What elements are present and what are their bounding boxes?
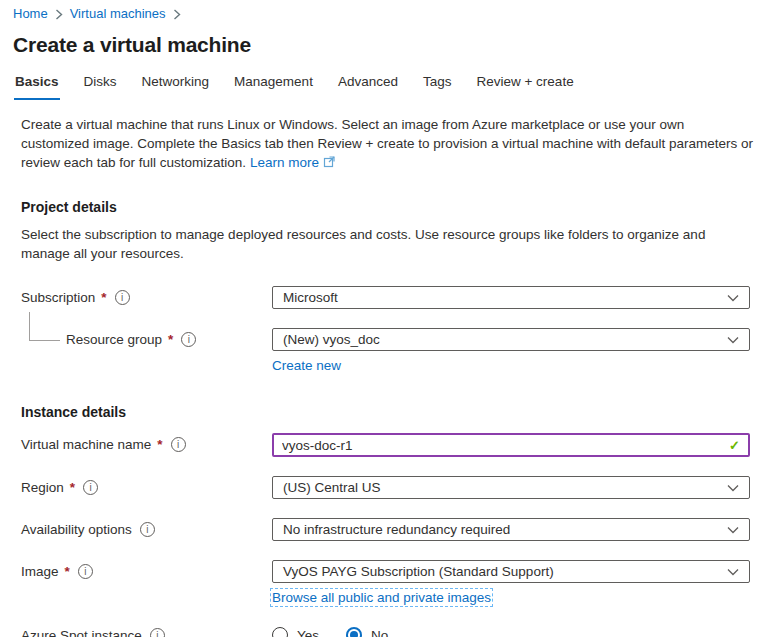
tab-bar: Basics Disks Networking Management Advan… [14,74,778,100]
project-details-form: Subscription * Microsoft Resource group … [21,286,757,373]
vm-name-row: Virtual machine name * [21,433,757,457]
page-title: Create a virtual machine [13,33,778,57]
tab-management[interactable]: Management [233,74,314,100]
vm-name-label-text: Virtual machine name [21,437,151,452]
region-select[interactable]: (US) Central US [272,476,750,499]
radio-yes[interactable]: Yes [272,627,319,637]
radio-no[interactable]: No [346,627,388,637]
azure-spot-label: Azure Spot instance [21,624,272,637]
info-icon[interactable] [171,437,186,452]
availability-options-select[interactable]: No infrastructure redundancy required [272,518,750,541]
chevron-down-icon [727,484,739,492]
external-link-icon [323,156,335,168]
tab-tags[interactable]: Tags [422,74,453,100]
image-row: Image * VyOS PAYG Subscription (Standard… [21,560,757,605]
subscription-label-text: Subscription [21,290,95,305]
chevron-down-icon [727,568,739,576]
chevron-down-icon [727,526,739,534]
vm-name-field [272,433,750,457]
image-label-text: Image [21,564,59,579]
chevron-down-icon [727,294,739,302]
subscription-row: Subscription * Microsoft [21,286,757,309]
tab-basics[interactable]: Basics [14,74,60,100]
chevron-down-icon [727,336,739,344]
radio-yes-label: Yes [297,628,319,637]
region-label-text: Region [21,480,64,495]
intro-description: Create a virtual machine that runs Linux… [21,117,753,170]
info-icon[interactable] [140,522,155,537]
vm-name-input[interactable] [282,438,729,453]
valid-checkmark-icon [729,438,740,453]
info-icon[interactable] [115,290,130,305]
radio-no-label: No [371,628,388,637]
azure-spot-row: Azure Spot instance Yes No [21,624,757,637]
resource-group-select[interactable]: (New) vyos_doc [272,328,750,351]
azure-spot-radio-group: Yes No [272,624,750,637]
tab-review-create[interactable]: Review + create [475,74,574,100]
subscription-label: Subscription * [21,286,272,305]
region-label: Region * [21,476,272,495]
resource-group-value: (New) vyos_doc [283,332,380,347]
radio-circle-icon [346,627,362,637]
required-asterisk: * [65,564,70,579]
tab-disks[interactable]: Disks [83,74,118,100]
info-icon[interactable] [83,480,98,495]
info-icon[interactable] [181,332,196,347]
tab-networking[interactable]: Networking [141,74,211,100]
vm-name-label: Virtual machine name * [21,433,272,452]
availability-options-label: Availability options [21,518,272,537]
project-details-heading: Project details [21,199,757,215]
instance-details-form: Virtual machine name * Region * (US) Cen… [21,433,757,637]
learn-more-link[interactable]: Learn more [250,155,319,170]
subscription-select[interactable]: Microsoft [272,286,750,309]
availability-options-value: No infrastructure redundancy required [283,522,510,537]
info-icon[interactable] [150,628,165,637]
availability-options-row: Availability options No infrastructure r… [21,518,757,541]
required-asterisk: * [168,332,173,347]
required-asterisk: * [157,437,162,452]
tab-advanced[interactable]: Advanced [337,74,399,100]
image-select[interactable]: VyOS PAYG Subscription (Standard Support… [272,560,750,583]
image-label: Image * [21,560,272,579]
create-new-link[interactable]: Create new [272,358,341,373]
radio-circle-icon [272,627,288,637]
breadcrumb: Home Virtual machines [0,0,778,21]
resource-group-label-text: Resource group [66,332,162,347]
azure-spot-label-text: Azure Spot instance [21,628,142,637]
intro-text: Create a virtual machine that runs Linux… [21,115,754,172]
chevron-right-icon [55,9,63,20]
resource-group-row: Resource group * (New) vyos_doc Create n… [21,328,757,373]
required-asterisk: * [70,480,75,495]
subscription-value: Microsoft [283,290,338,305]
required-asterisk: * [101,290,106,305]
chevron-right-icon [173,9,181,20]
instance-details-heading: Instance details [21,404,757,420]
info-icon[interactable] [78,564,93,579]
browse-images-link[interactable]: Browse all public and private images [272,590,491,605]
breadcrumb-virtual-machines-link[interactable]: Virtual machines [70,6,166,21]
project-details-description: Select the subscription to manage deploy… [21,225,754,263]
region-value: (US) Central US [283,480,381,495]
region-row: Region * (US) Central US [21,476,757,499]
parent-child-connector [29,312,60,341]
availability-options-label-text: Availability options [21,522,132,537]
breadcrumb-home-link[interactable]: Home [13,6,48,21]
image-value: VyOS PAYG Subscription (Standard Support… [283,564,554,579]
